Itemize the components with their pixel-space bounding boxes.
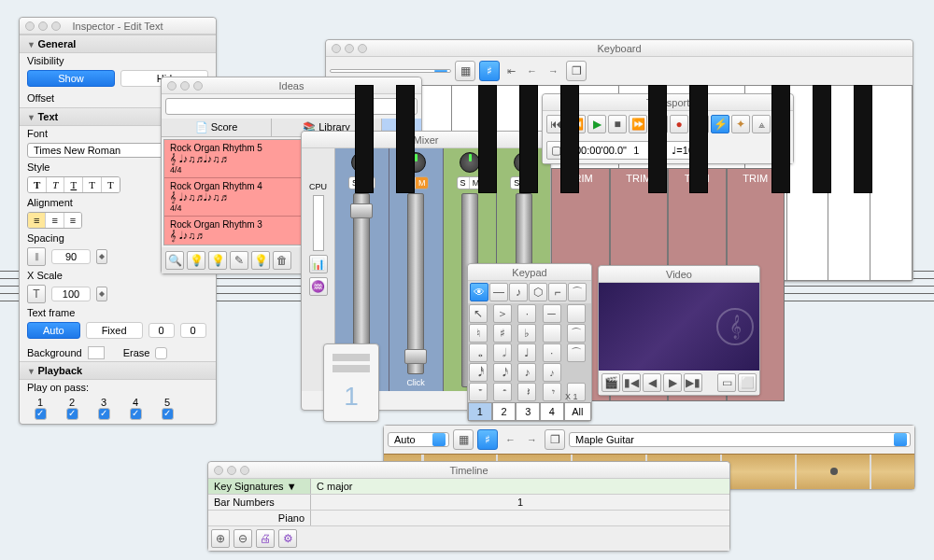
kp-clear-icon[interactable] [543, 324, 561, 343]
fret-layer-icon[interactable]: ❐ [545, 429, 565, 450]
instrument-select[interactable]: Maple Guitar [569, 432, 911, 447]
note-16-icon[interactable]: 𝅘𝅥𝅯 [493, 363, 512, 382]
piano-key-black[interactable] [771, 85, 790, 193]
show-button[interactable]: Show [27, 70, 115, 87]
keyboard-view-select[interactable] [330, 69, 451, 73]
mute-button[interactable]: M [416, 177, 429, 189]
section-playback[interactable]: Playback [20, 361, 216, 380]
ffwd-icon[interactable]: ⏩ [629, 115, 647, 133]
zoom-icon[interactable]: 🖨 [256, 529, 275, 548]
piano-key-black[interactable] [648, 85, 667, 193]
pan-knob[interactable] [460, 152, 480, 173]
kp-page-4[interactable]: 4 [540, 402, 564, 421]
pass-4-checkbox[interactable] [130, 408, 142, 420]
gear-icon[interactable]: ⚙ [278, 529, 297, 548]
vid-next-icon[interactable]: ▶ [663, 373, 682, 392]
fret-prev-icon[interactable]: ← [502, 434, 519, 445]
piano-key-black[interactable] [355, 85, 374, 193]
paint-icon[interactable]: ✎ [230, 251, 248, 270]
kp-tie-icon[interactable]: ⌒ [567, 324, 586, 343]
vid-begin-icon[interactable]: ▮◀ [622, 373, 641, 392]
piano-key-black[interactable] [560, 85, 579, 193]
remove-track-icon[interactable]: ⊖ [234, 529, 252, 548]
layer-icon[interactable]: ❐ [566, 61, 587, 81]
record-icon[interactable]: ● [670, 115, 688, 133]
style4-icon[interactable]: T [83, 177, 102, 192]
fret-pitch-icon[interactable]: ♯ [477, 429, 498, 450]
pass-3-checkbox[interactable] [98, 408, 110, 420]
kp-staccato-icon[interactable]: · [517, 304, 536, 323]
nav-first-icon[interactable]: ⇤ [503, 65, 519, 77]
frame-fixed-button[interactable]: Fixed [86, 322, 143, 339]
play-icon[interactable]: ▶ [587, 115, 606, 133]
vid-prev-icon[interactable]: ◀ [643, 373, 661, 392]
vid-fit-icon[interactable]: ▭ [717, 373, 736, 392]
rest-4-icon[interactable]: 𝄾 [543, 383, 561, 401]
bulb2-icon[interactable]: 💡 [208, 251, 227, 270]
align-left-icon[interactable]: ≡ [28, 213, 46, 228]
frame-a-input[interactable] [149, 323, 175, 338]
kp-page-2[interactable]: 2 [492, 402, 517, 421]
piano-key-black[interactable] [854, 85, 872, 193]
nav-prev-icon[interactable]: ← [523, 65, 541, 77]
flex3-icon[interactable]: ✦ [731, 115, 750, 133]
kp-natural-icon[interactable]: ♮ [469, 324, 488, 343]
spacing-stepper[interactable] [96, 249, 107, 264]
vid-end-icon[interactable]: ▶▮ [684, 373, 702, 392]
kp-tenuto-icon[interactable]: ─ [543, 304, 561, 323]
timeline-track-label[interactable]: Piano [208, 511, 311, 525]
kp-flat-icon[interactable]: ♭ [517, 324, 536, 343]
eye-icon[interactable]: 👁 [470, 283, 488, 301]
vid-full-icon[interactable]: ⬜ [738, 373, 757, 392]
xscale-stepper[interactable] [96, 287, 107, 301]
kp-tab-icon[interactable]: ♪ [509, 283, 528, 301]
xscale-input[interactable] [51, 287, 91, 301]
align-right-icon[interactable]: ≡ [64, 213, 81, 228]
rest-3-icon[interactable]: 𝄽 [517, 383, 536, 401]
nav-next-icon[interactable]: → [545, 65, 562, 77]
spacing-input[interactable] [51, 249, 91, 264]
piano-key-black[interactable] [813, 85, 831, 193]
piano-key-black[interactable] [519, 85, 538, 193]
align-center-icon[interactable]: ≡ [46, 213, 64, 228]
pass-2-checkbox[interactable] [66, 408, 78, 420]
metronome-icon[interactable]: ⟁ [752, 115, 771, 133]
trash-icon[interactable]: 🗑 [273, 251, 291, 270]
section-general[interactable]: General [20, 35, 216, 53]
fret-auto-select[interactable]: Auto [388, 432, 449, 447]
piano-key-black[interactable] [689, 85, 708, 193]
fader[interactable] [407, 193, 424, 374]
note-grace-icon[interactable]: 𝆔 [543, 363, 561, 382]
piano-key-black[interactable] [478, 85, 497, 193]
frame-b-input[interactable] [180, 323, 206, 338]
kp-page-1[interactable]: 1 [468, 402, 492, 421]
piano-key[interactable] [870, 85, 913, 281]
kp-sharp-icon[interactable]: ♯ [493, 324, 512, 343]
note-8-icon[interactable]: ♪ [517, 363, 536, 382]
rest-1-icon[interactable]: 𝄻 [469, 383, 488, 401]
note-whole-icon[interactable]: 𝅝 [469, 343, 488, 362]
fret-grid-icon[interactable]: ▦ [453, 429, 474, 450]
grid-icon[interactable]: ▦ [455, 61, 475, 81]
pitch-icon[interactable]: ♯ [479, 61, 500, 81]
search-idea-icon[interactable]: 🔍 [165, 251, 184, 270]
kp-dot-icon[interactable]: · [543, 343, 561, 362]
style5-icon[interactable]: T [102, 177, 120, 192]
bold-icon[interactable]: T [28, 177, 47, 192]
flex2-icon[interactable]: ⚡ [711, 115, 729, 133]
note-half-icon[interactable]: 𝅗𝅥 [493, 343, 512, 362]
clap-icon[interactable]: 🎬 [601, 373, 620, 392]
ideas-filter-select[interactable] [165, 98, 417, 115]
kp-clear-icon[interactable] [567, 304, 586, 323]
mixer-fx-icon[interactable]: ♒ [309, 277, 328, 296]
kp-arrow-icon[interactable]: ↖ [469, 304, 488, 323]
italic-icon[interactable]: T [47, 177, 64, 192]
note-quarter-icon[interactable]: ♩ [517, 343, 536, 362]
stop-icon[interactable]: ■ [608, 115, 627, 133]
add-track-icon[interactable]: ⊕ [211, 529, 230, 548]
kp-tab-icon[interactable]: ⬡ [529, 283, 547, 301]
fret-next-icon[interactable]: → [523, 434, 541, 445]
timeline-keysig-label[interactable]: Key Signatures ▼ [208, 479, 311, 494]
frame-auto-button[interactable]: Auto [27, 322, 80, 339]
timeline-bars-label[interactable]: Bar Numbers [208, 495, 311, 510]
